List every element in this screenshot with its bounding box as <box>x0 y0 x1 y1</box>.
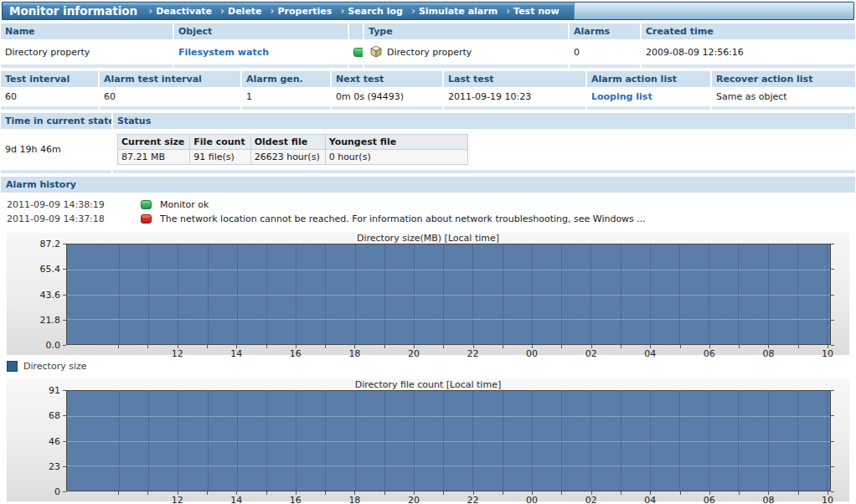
y-axis-tick <box>831 320 834 321</box>
x-axis-tick <box>798 345 799 348</box>
y-axis-tick-label: 23 <box>49 460 60 471</box>
y-axis-tick <box>831 441 834 442</box>
x-axis-tick-label: 14 <box>230 495 242 504</box>
chart-panel: Directory file count [Local time]9168462… <box>6 378 850 502</box>
x-axis-tick <box>118 491 119 495</box>
monitor-name-cell: Directory property <box>1 41 173 63</box>
y-axis-tick <box>63 269 66 270</box>
x-axis-tick <box>207 345 208 348</box>
legend-swatch <box>7 361 18 372</box>
y-axis-tick <box>63 491 66 492</box>
status-file-count: 91 file(s) <box>190 150 250 165</box>
x-axis-tick-label: 02 <box>585 348 597 359</box>
menu-item-deactivate[interactable]: ›Deactivate <box>146 5 214 17</box>
col-header-created-time: Created time <box>642 23 855 39</box>
x-axis-tick-label: 02 <box>585 495 597 504</box>
y-axis-tick <box>831 345 834 346</box>
horizontal-gridline <box>67 416 830 417</box>
package-icon <box>369 45 383 59</box>
menu-item-label: Test now <box>513 6 559 17</box>
status-oldest-file: 26623 hour(s) <box>250 150 325 165</box>
alarm-history-list: 2011-09-09 14:38:19Monitor ok2011-09-09 … <box>0 198 856 226</box>
x-axis-tick <box>561 491 562 495</box>
y-axis-tick <box>831 415 834 416</box>
menu-item-delete[interactable]: ›Delete <box>218 5 265 17</box>
x-axis-tick-label: 20 <box>408 348 420 359</box>
menu-item-properties[interactable]: ›Properties <box>268 5 335 17</box>
x-axis-tick-label: 00 <box>526 348 538 359</box>
col-header-name: Name <box>1 23 173 39</box>
menu-item-label: Simulate alarm <box>419 6 498 17</box>
col-header-alarm-test-interval: Alarm test interval <box>100 71 240 87</box>
menu-item-label: Properties <box>278 6 333 17</box>
action-menu: ›Deactivate›Delete›Properties›Search log… <box>146 5 562 17</box>
col-header-time-in-current-state: Time in current state <box>1 113 111 129</box>
alarm-message: The network location cannot be reached. … <box>160 213 646 224</box>
alarm-action-list-link[interactable]: Looping list <box>591 91 652 102</box>
y-axis-tick <box>63 244 66 244</box>
y-axis-tick <box>63 345 66 346</box>
directory-size-chart: Directory size(MB) [Local time]87.265.44… <box>6 232 850 373</box>
status-current-size: 87.21 MB <box>118 150 190 165</box>
horizontal-gridline <box>67 295 830 296</box>
y-axis-tick-label: 0 <box>54 486 60 497</box>
col-header-type: Type <box>364 23 568 39</box>
x-axis-tick <box>503 345 503 348</box>
plot-fill <box>66 390 831 491</box>
plot-area: 87.265.443.621.80.0121416182022000204060… <box>66 244 831 345</box>
table-footer-strip <box>1 106 98 110</box>
y-axis-tick <box>63 295 66 296</box>
table-footer-strip <box>1 170 111 173</box>
alarm-test-interval-cell: 60 <box>100 89 240 105</box>
x-axis-tick-label: 18 <box>348 348 360 359</box>
y-axis-tick <box>831 491 834 492</box>
col-header-alarm-action-list: Alarm action list <box>587 71 710 87</box>
x-axis-tick-label: 12 <box>172 348 183 359</box>
y-axis-tick-label: 21.8 <box>40 314 61 325</box>
menu-arrow-icon: › <box>271 5 275 17</box>
chart-legend: Directory size <box>7 359 850 373</box>
x-axis-tick-label: 08 <box>762 495 774 504</box>
y-axis-tick-label: 68 <box>49 410 60 421</box>
y-axis-tick <box>63 390 66 391</box>
horizontal-gridline <box>67 319 830 320</box>
schedule-table: Test interval Alarm test interval Alarm … <box>1 71 855 110</box>
x-axis-tick-label: 12 <box>172 495 183 504</box>
x-axis-tick <box>739 491 740 495</box>
col-header-test-interval: Test interval <box>1 71 98 87</box>
x-axis-tick <box>561 345 562 348</box>
menu-item-label: Deactivate <box>156 6 212 17</box>
col-header-object: Object <box>174 23 348 39</box>
menu-item-simulate-alarm[interactable]: ›Simulate alarm <box>409 5 500 17</box>
status-youngest-file: 0 hour(s) <box>325 150 467 165</box>
y-axis-tick-label: 87.2 <box>40 239 61 249</box>
object-link[interactable]: Filesystem watch <box>178 47 269 58</box>
col-header-recover-action-list: Recover action list <box>712 71 855 87</box>
y-axis-tick <box>831 295 834 296</box>
x-axis-tick <box>739 345 740 348</box>
next-test-cell: 0m 0s (94493) <box>332 89 442 105</box>
status-col-file-count: File count <box>190 135 250 150</box>
title-bar-menu-section: Monitor information ›Deactivate›Delete›P… <box>3 3 574 19</box>
x-axis-tick <box>443 345 444 348</box>
table-footer-strip <box>1 64 173 68</box>
alarm-message: Monitor ok <box>160 199 209 210</box>
menu-arrow-icon: › <box>148 5 152 17</box>
horizontal-gridline <box>67 465 830 466</box>
menu-item-search-log[interactable]: ›Search log <box>338 5 405 17</box>
y-axis-tick-label: 91 <box>49 385 60 396</box>
x-axis-tick <box>147 345 148 348</box>
y-axis-tick <box>831 269 834 270</box>
menu-item-test-now[interactable]: ›Test now <box>503 5 562 17</box>
page-title: Monitor information <box>9 4 137 18</box>
alarm-action-list-cell: Looping list <box>587 89 710 105</box>
red-status-icon <box>141 214 152 224</box>
y-axis-tick <box>63 441 66 442</box>
menu-item-label: Delete <box>228 6 262 17</box>
y-axis-tick <box>63 415 66 416</box>
x-axis-tick <box>621 491 621 495</box>
y-axis-tick <box>63 320 66 321</box>
col-header-alarms: Alarms <box>570 23 640 39</box>
alarm-history-header: Alarm history <box>1 177 855 193</box>
time-in-current-state-cell: 9d 19h 46m <box>1 131 111 168</box>
